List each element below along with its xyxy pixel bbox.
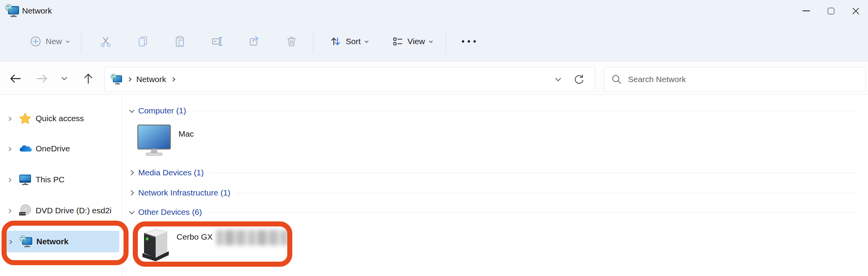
plus-circle-icon bbox=[29, 35, 42, 48]
dvd-rom-icon-label: DVD-ROM bbox=[19, 213, 27, 215]
search-box[interactable] bbox=[604, 67, 866, 92]
minimize-button[interactable] bbox=[794, 0, 818, 22]
arrow-right-icon bbox=[35, 72, 49, 85]
rename-icon bbox=[211, 35, 223, 48]
chevron-down-icon bbox=[66, 39, 70, 43]
address-bar[interactable]: Network bbox=[105, 67, 595, 92]
chevron-right-icon[interactable] bbox=[7, 178, 11, 182]
item-cerbo-gx[interactable]: Cerbo GX bbox=[140, 227, 289, 262]
chevron-down-icon bbox=[429, 39, 433, 43]
group-header-media-devices[interactable]: Media Devices (1) bbox=[122, 165, 868, 180]
window-chrome: Network New bbox=[0, 0, 868, 62]
sort-button[interactable]: Sort bbox=[324, 31, 373, 51]
search-icon bbox=[611, 74, 622, 85]
arrow-left-icon bbox=[9, 72, 22, 85]
computer-monitor-icon bbox=[136, 124, 172, 158]
group-header-network-infrastructure[interactable]: Network Infrastructure (1) bbox=[122, 185, 868, 201]
share-button[interactable] bbox=[242, 29, 267, 54]
view-button[interactable]: View bbox=[386, 31, 437, 51]
sort-arrows-icon bbox=[329, 35, 342, 48]
navigation-bar: Network bbox=[0, 62, 868, 95]
item-mac[interactable]: Mac bbox=[136, 124, 194, 158]
copy-icon bbox=[137, 35, 149, 48]
ellipsis-icon bbox=[462, 40, 476, 43]
group-rule bbox=[208, 212, 856, 213]
rename-button[interactable] bbox=[204, 29, 230, 54]
navigation-pane: Quick access OneDrive This PC bbox=[0, 95, 122, 276]
search-input[interactable] bbox=[628, 75, 858, 84]
maximize-button[interactable] bbox=[818, 0, 843, 22]
chevron-down-icon bbox=[61, 76, 67, 81]
trash-icon bbox=[285, 35, 298, 48]
network-device-icon bbox=[140, 227, 171, 262]
chevron-down-icon bbox=[555, 77, 561, 82]
sidebar-item-dvd-drive[interactable]: DVD-ROM DVD Drive (D:) esd2i bbox=[0, 200, 121, 221]
group-header-label: Computer (1) bbox=[138, 106, 186, 115]
share-icon bbox=[248, 35, 261, 48]
chevron-down-icon[interactable] bbox=[129, 209, 134, 214]
up-button[interactable] bbox=[80, 71, 97, 86]
cut-button[interactable] bbox=[93, 29, 118, 54]
toolbar-divider bbox=[81, 30, 81, 53]
chevron-right-icon[interactable] bbox=[129, 170, 134, 175]
sidebar-item-label: This PC bbox=[36, 175, 65, 184]
window-controls bbox=[794, 0, 868, 22]
sort-button-label: Sort bbox=[346, 37, 361, 46]
item-label: Cerbo GX bbox=[177, 232, 213, 262]
chevron-right-icon[interactable] bbox=[8, 240, 12, 244]
sidebar-item-network[interactable]: Network bbox=[6, 231, 119, 252]
clipboard-paste-icon bbox=[174, 35, 186, 48]
group-header-other-devices[interactable]: Other Devices (6) bbox=[122, 204, 868, 220]
chevron-right-icon[interactable] bbox=[7, 147, 11, 151]
forward-button[interactable] bbox=[33, 71, 50, 86]
toolbar-divider bbox=[313, 30, 313, 53]
chevron-right-icon bbox=[127, 77, 131, 81]
close-icon bbox=[852, 7, 860, 15]
more-options-button[interactable] bbox=[456, 29, 482, 54]
group-rule bbox=[192, 111, 856, 111]
dvd-disc-icon: DVD-ROM bbox=[19, 204, 32, 217]
back-button[interactable] bbox=[7, 71, 24, 86]
chevron-right-icon[interactable] bbox=[129, 190, 134, 195]
refresh-icon bbox=[573, 74, 585, 85]
refresh-button[interactable] bbox=[568, 72, 589, 87]
network-monitor-globe-icon bbox=[19, 235, 33, 248]
delete-button[interactable] bbox=[279, 29, 304, 54]
command-toolbar: New bbox=[0, 22, 868, 61]
sidebar-item-this-pc[interactable]: This PC bbox=[0, 169, 121, 190]
chevron-right-icon[interactable] bbox=[171, 77, 175, 81]
scissors-icon bbox=[99, 35, 112, 48]
chevron-right-icon[interactable] bbox=[7, 209, 11, 213]
item-label: Mac bbox=[178, 129, 194, 158]
sidebar-item-onedrive[interactable]: OneDrive bbox=[0, 138, 121, 159]
new-button-label: New bbox=[46, 37, 62, 46]
close-button[interactable] bbox=[843, 0, 868, 22]
arrow-up-icon bbox=[82, 72, 95, 85]
group-rule bbox=[236, 193, 856, 193]
redacted-text bbox=[216, 230, 289, 245]
network-monitor-globe-icon bbox=[110, 74, 122, 85]
chevron-down-icon bbox=[364, 39, 368, 43]
sidebar-item-quick-access[interactable]: Quick access bbox=[0, 108, 121, 129]
group-header-computer[interactable]: Computer (1) bbox=[122, 103, 868, 118]
group-header-label: Other Devices (6) bbox=[138, 207, 202, 217]
breadcrumb: Network bbox=[110, 74, 547, 85]
recent-locations-button[interactable] bbox=[57, 71, 71, 86]
new-button[interactable]: New bbox=[24, 31, 74, 51]
breadcrumb-network[interactable]: Network bbox=[136, 75, 166, 84]
sidebar-item-label: Network bbox=[36, 237, 69, 246]
items-view: Computer (1) Mac Media Devices (1) Netwo… bbox=[122, 95, 868, 276]
address-dropdown-button[interactable] bbox=[547, 72, 568, 87]
main-area: Quick access OneDrive This PC bbox=[0, 95, 868, 276]
maximize-icon bbox=[828, 8, 834, 14]
sidebar-item-label: DVD Drive (D:) esd2i bbox=[36, 206, 112, 215]
window-title: Network bbox=[22, 6, 52, 15]
chevron-right-icon[interactable] bbox=[7, 117, 11, 121]
minimize-icon bbox=[803, 10, 810, 11]
chevron-down-icon[interactable] bbox=[129, 108, 134, 113]
sidebar-item-label: Quick access bbox=[36, 114, 84, 123]
paste-button[interactable] bbox=[167, 29, 193, 54]
copy-button[interactable] bbox=[130, 29, 156, 54]
file-explorer-window: Network New bbox=[0, 0, 868, 276]
monitor-icon bbox=[19, 173, 32, 186]
